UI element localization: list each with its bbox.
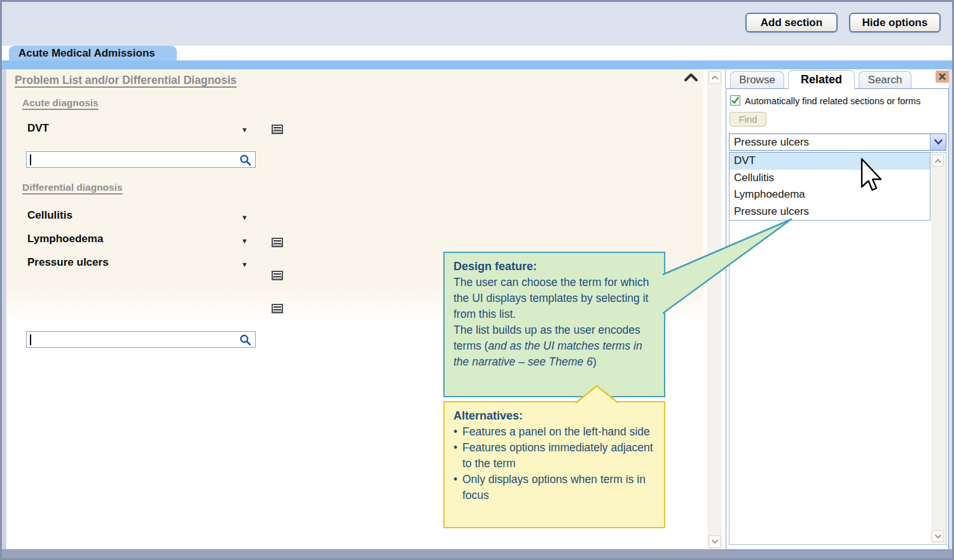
acute-term-search-input[interactable] xyxy=(26,151,256,168)
text-caret xyxy=(30,334,31,345)
left-frame-strip xyxy=(2,69,6,550)
chevron-down-icon xyxy=(934,534,942,539)
callout-paragraph: The user can choose the term for which t… xyxy=(453,275,655,322)
template-icon[interactable] xyxy=(272,271,283,280)
close-icon xyxy=(938,72,946,81)
combobox-dropdown-button[interactable] xyxy=(930,134,946,150)
chevron-up-icon xyxy=(711,75,719,80)
scroll-up-button[interactable] xyxy=(709,71,721,84)
collapse-section-chevron[interactable] xyxy=(684,72,698,84)
callout-title: Design feature: xyxy=(453,259,655,275)
close-panel-button[interactable] xyxy=(936,71,949,83)
combobox-value: Pressure ulcers xyxy=(729,136,930,149)
application-window: Acute Medical Admissions Add section Hid… xyxy=(0,0,954,560)
scroll-down-button[interactable] xyxy=(709,535,721,548)
panel-edge-line xyxy=(725,69,726,88)
callout-paragraph: The list builds up as the user encodes t… xyxy=(453,322,655,370)
section-heading: Problem List and/or Differential Diagnos… xyxy=(15,74,237,87)
template-icon[interactable] xyxy=(272,304,283,313)
auto-find-checkbox[interactable] xyxy=(730,95,740,106)
auto-find-label: Automatically find related sections or f… xyxy=(745,96,920,106)
tab-acute-medical-admissions[interactable]: Acute Medical Admissions xyxy=(9,46,177,60)
tab-accent-bar xyxy=(2,60,952,69)
differential-term-search-input[interactable] xyxy=(26,331,256,348)
tab-related[interactable]: Related xyxy=(788,70,855,89)
add-section-button[interactable]: Add section xyxy=(745,13,838,32)
listbox-scroll-up-button[interactable] xyxy=(932,154,944,167)
term-dropdown-arrow[interactable]: ▼ xyxy=(241,237,248,245)
term-dvt[interactable]: DVT xyxy=(27,122,49,135)
text-caret xyxy=(30,154,31,165)
chevron-down-icon xyxy=(934,139,943,145)
checkmark-icon xyxy=(731,96,740,105)
chevron-down-icon xyxy=(711,539,719,544)
alternatives-item: Features options immediately adjacent to… xyxy=(453,440,655,472)
template-icon[interactable] xyxy=(272,125,283,134)
term-selector-combobox[interactable]: Pressure ulcers xyxy=(729,133,946,151)
callout-title: Alternatives: xyxy=(453,408,655,424)
dropdown-option-dvt[interactable]: DVT xyxy=(729,153,930,170)
design-feature-callout: Design feature: The user can choose the … xyxy=(443,252,665,397)
bottom-frame-strip xyxy=(2,549,952,558)
find-button[interactable]: Find xyxy=(729,112,766,126)
alternatives-callout: Alternatives: Features a panel on the le… xyxy=(443,401,665,528)
search-icon[interactable] xyxy=(239,334,252,346)
dropdown-option-lymphoedema[interactable]: Lymphoedema xyxy=(729,186,930,203)
term-dropdown-arrow[interactable]: ▼ xyxy=(241,261,248,268)
template-icon[interactable] xyxy=(272,238,283,247)
chevron-up-icon xyxy=(684,73,698,81)
tab-browse[interactable]: Browse xyxy=(730,71,784,88)
listbox-scroll-down-button[interactable] xyxy=(932,530,944,542)
term-cellulitis[interactable]: Cellulitis xyxy=(27,209,73,222)
term-pressure-ulcers[interactable]: Pressure ulcers xyxy=(27,256,109,269)
hide-options-button[interactable]: Hide options xyxy=(849,13,941,32)
main-scrollbar[interactable] xyxy=(707,70,722,549)
chevron-up-icon xyxy=(934,158,942,163)
alternatives-list: Features a panel on the left-hand side F… xyxy=(453,424,655,503)
term-lymphoedema[interactable]: Lymphoedema xyxy=(27,233,103,245)
alternatives-item: Only displays options when term is in fo… xyxy=(453,472,655,503)
tab-search[interactable]: Search xyxy=(859,71,911,88)
differential-diagnosis-heading: Differential diagnosis xyxy=(22,182,123,193)
alternatives-item: Features a panel on the left-hand side xyxy=(453,424,655,440)
dropdown-option-cellulitis[interactable]: Cellulitis xyxy=(729,170,930,187)
listbox-scrollbar[interactable] xyxy=(931,153,945,543)
acute-diagnosis-heading: Acute diagnosis xyxy=(22,97,99,109)
term-dropdown-arrow[interactable]: ▼ xyxy=(241,126,248,133)
dropdown-option-pressure-ulcers[interactable]: Pressure ulcers xyxy=(729,203,930,221)
term-dropdown-arrow[interactable]: ▼ xyxy=(241,214,248,221)
term-dropdown-list: DVT Cellulitis Lymphoedema Pressure ulce… xyxy=(729,152,930,221)
search-icon[interactable] xyxy=(239,154,252,167)
